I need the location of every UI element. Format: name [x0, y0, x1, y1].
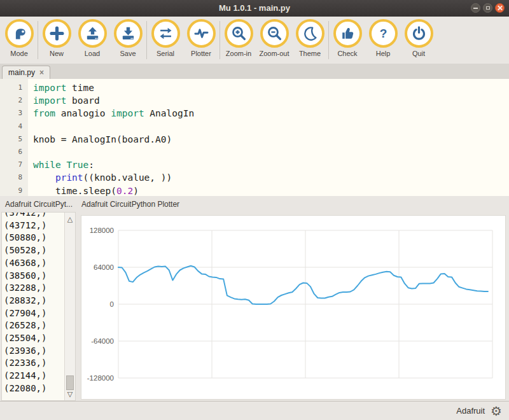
y-axis-tick-label: 128000	[90, 227, 114, 234]
status-bar: Adafruit ⚙	[0, 401, 509, 420]
toolbar-zoom-out-button[interactable]: Zoom-out	[256, 19, 292, 57]
toolbar-button-label: Check	[337, 50, 357, 57]
toolbar-button-label: New	[50, 50, 64, 57]
svg-text:?: ?	[379, 27, 387, 40]
toolbar-check-button[interactable]: Check	[330, 19, 365, 57]
mode-status-label: Adafruit	[456, 406, 485, 416]
line-number: 3	[0, 107, 22, 120]
help-icon: ?	[369, 19, 398, 48]
plotter-chart: 128000640000-64000-128000	[81, 216, 505, 399]
toolbar-button-label: Help	[376, 50, 391, 57]
line-number: 2	[0, 94, 22, 107]
line-number: 7	[0, 158, 22, 171]
pane-headers: Adafruit CircuitPyt... Adafruit CircuitP…	[0, 196, 509, 212]
toolbar-separator	[38, 21, 38, 59]
minimize-button[interactable]	[471, 3, 480, 13]
code-editor[interactable]: 123456789 import timeimport boardfrom an…	[0, 79, 509, 196]
close-button[interactable]	[495, 3, 505, 13]
gear-icon[interactable]: ⚙	[491, 405, 502, 417]
window-controls	[471, 0, 505, 16]
toolbar-theme-button[interactable]: Theme	[292, 19, 328, 57]
code-line: from analogio import AnalogIn	[33, 107, 509, 120]
tab-main-py[interactable]: main.py ×	[2, 66, 50, 79]
scroll-down-button[interactable]: ▽	[65, 389, 75, 398]
code-line: print((knob.value, ))	[33, 171, 509, 184]
toolbar-mode-button[interactable]: Mode	[1, 19, 37, 57]
save-icon	[114, 19, 143, 48]
code-line: knob = AnalogIn(board.A0)	[33, 133, 509, 146]
toolbar-plotter-button[interactable]: Plotter	[183, 19, 219, 57]
theme-icon	[296, 19, 324, 48]
toolbar-button-label: Load	[85, 50, 100, 57]
serial-scrollbar[interactable]: △ ▽	[64, 213, 75, 400]
serial-line: (38560,)	[4, 270, 64, 283]
serial-line: (50880,)	[4, 232, 64, 244]
plotter-panel: 128000640000-64000-128000	[81, 215, 506, 400]
new-icon	[43, 19, 71, 48]
serial-line: (22144,)	[4, 370, 64, 382]
toolbar-quit-button[interactable]: Quit	[401, 19, 436, 57]
code-line	[33, 146, 509, 158]
serial-line: (25504,)	[4, 332, 64, 345]
toolbar-save-button[interactable]: Save	[110, 19, 146, 57]
toolbar-separator	[220, 21, 220, 59]
serial-line: (23936,)	[4, 345, 64, 358]
line-number: 5	[0, 133, 22, 146]
serial-pane-title: Adafruit CircuitPyt...	[0, 200, 76, 209]
maximize-button[interactable]	[483, 3, 492, 13]
toolbar-serial-button[interactable]: Serial	[148, 19, 183, 57]
plotter-data-line	[118, 266, 488, 304]
toolbar-load-button[interactable]: Load	[74, 19, 110, 57]
plotter-icon	[187, 19, 216, 48]
toolbar-button-label: Plotter	[191, 50, 211, 57]
toolbar-button-label: Quit	[412, 50, 425, 57]
toolbar: ModeNewLoadSaveSerialPlotterZoom-inZoom-…	[0, 17, 509, 64]
y-axis-tick-label: -64000	[91, 337, 114, 345]
line-number: 4	[0, 120, 22, 133]
mode-icon	[5, 19, 34, 48]
line-number-gutter: 123456789	[0, 79, 28, 196]
tab-label: main.py	[8, 68, 35, 77]
toolbar-separator	[146, 21, 147, 59]
serial-line: (46368,)	[4, 257, 64, 270]
close-icon	[497, 5, 503, 11]
y-axis-tick-label: 0	[110, 300, 114, 308]
tab-close-icon[interactable]: ×	[39, 69, 44, 76]
serial-output[interactable]: (37412,)(43712,)(50880,)(50528,)(46368,)…	[2, 212, 64, 400]
toolbar-new-button[interactable]: New	[39, 19, 74, 57]
serial-line: (22080,)	[4, 382, 64, 395]
plotter-pane-title: Adafruit CircuitPython Plotter	[76, 200, 179, 209]
serial-line: (43712,)	[4, 220, 64, 232]
toolbar-separator	[328, 21, 329, 59]
scroll-up-button[interactable]: △	[65, 214, 75, 223]
quit-icon	[405, 19, 433, 48]
serial-line: (37412,)	[4, 212, 64, 220]
serial-icon	[151, 19, 180, 48]
code-line: import time	[33, 81, 509, 94]
code-line: while True:	[33, 158, 509, 171]
serial-line: (26528,)	[4, 319, 64, 332]
line-number: 6	[0, 146, 22, 158]
serial-line: (27904,)	[4, 307, 64, 320]
y-axis-tick-label: 64000	[94, 263, 114, 271]
mu-editor-window: Mu 1.0.1 - main.py ModeNewLoadSaveSerial…	[0, 0, 509, 420]
line-number: 1	[0, 81, 22, 94]
code-line	[33, 120, 509, 133]
maximize-icon	[486, 6, 490, 10]
zoom-in-icon	[225, 19, 253, 48]
toolbar-button-label: Serial	[157, 50, 174, 57]
bottom-split: (37412,)(43712,)(50880,)(50528,)(46368,)…	[0, 212, 509, 401]
tab-bar: main.py ×	[0, 64, 509, 79]
title-bar: Mu 1.0.1 - main.py	[0, 0, 509, 17]
code-line: import board	[33, 94, 509, 107]
code-text-area[interactable]: import timeimport boardfrom analogio imp…	[28, 79, 509, 196]
toolbar-button-label: Theme	[299, 50, 321, 57]
scrollbar-thumb[interactable]	[66, 375, 74, 390]
line-number: 8	[0, 171, 22, 184]
toolbar-zoom-in-button[interactable]: Zoom-in	[221, 19, 256, 57]
toolbar-button-label: Mode	[10, 50, 28, 57]
y-axis-tick-label: -128000	[87, 374, 114, 382]
toolbar-button-label: Save	[120, 50, 136, 57]
toolbar-help-button[interactable]: ?Help	[365, 19, 401, 57]
zoom-out-icon	[260, 19, 289, 48]
